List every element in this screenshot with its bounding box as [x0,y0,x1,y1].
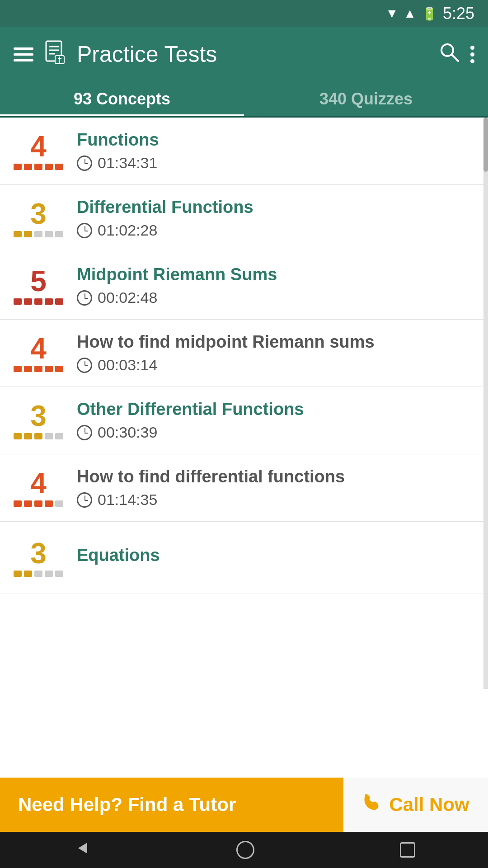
item-time: 01:34:31 [77,154,474,172]
score-number: 4 [30,469,47,498]
score-number: 5 [30,267,47,296]
item-time: 01:14:35 [77,491,474,509]
score-badge: 3 [14,199,63,237]
item-time: 00:03:14 [77,356,474,374]
score-number: 3 [30,539,47,568]
clock-icon [77,290,92,306]
tab-concepts[interactable]: 93 Concepts [0,81,244,116]
status-icons: ▼ ▲ 🔋 5:25 [385,4,474,23]
item-title: Other Differential Functions [77,400,474,419]
item-time: 00:30:39 [77,424,474,441]
tab-quizzes[interactable]: 340 Quizzes [244,81,488,116]
score-badge: 4 [14,334,63,372]
score-number: 4 [30,132,47,161]
item-info: Functions 01:34:31 [77,130,474,172]
battery-icon: 🔋 [422,6,437,21]
scrollbar[interactable] [483,118,488,689]
score-bars [14,500,63,507]
help-text: Need Help? Find a Tutor [18,794,236,816]
score-badge: 4 [14,469,63,507]
score-bars [14,366,63,372]
item-info: Differential Functions 01:02:28 [77,198,474,239]
list-item[interactable]: 3 Differential Functions 01:02:28 [0,185,488,252]
nav-back-button[interactable] [73,839,91,861]
score-badge: 5 [14,267,63,305]
item-info: Other Differential Functions 00:30:39 [77,400,474,441]
more-icon[interactable] [470,46,474,63]
call-now-button[interactable]: Call Now [343,778,488,832]
android-nav-bar [0,832,488,868]
list-item[interactable]: 5 Midpoint Riemann Sums 00:02:48 [0,252,488,320]
wifi-icon: ▼ [385,6,398,21]
clock-icon [77,358,92,373]
content-list: 4 Functions 01:34:31 3 [0,118,488,689]
list-item[interactable]: 3 Other Differential Functions 00:30:39 [0,387,488,454]
item-time: 00:02:48 [77,289,474,307]
list-item[interactable]: 4 How to find midpoint Riemann sums 00:0… [0,320,488,387]
item-info: How to find midpoint Riemann sums 00:03:… [77,332,474,374]
app-bar: Practice Tests [0,27,488,81]
svg-marker-9 [78,843,87,854]
phone-icon [362,793,382,817]
item-info: Equations [77,546,474,570]
item-title: How to find midpoint Riemann sums [77,332,474,352]
clock-icon [77,156,92,171]
item-title: Functions [77,130,474,150]
score-bars [14,433,63,439]
nav-recent-button[interactable] [400,842,415,858]
doc-icon [44,40,66,69]
list-item[interactable]: 3 Equations [0,522,488,594]
score-badge: 3 [14,401,63,439]
score-number: 4 [30,334,47,363]
score-number: 3 [30,199,47,228]
score-bars [14,298,63,305]
score-badge: 3 [14,539,63,577]
score-bars [14,571,63,577]
item-title: Midpoint Riemann Sums [77,265,474,284]
score-number: 3 [30,401,47,430]
bottom-banner: Need Help? Find a Tutor Call Now [0,778,488,832]
status-time: 5:25 [443,4,474,23]
clock-icon [77,425,92,440]
menu-icon[interactable] [14,47,33,61]
item-title: Equations [77,546,474,565]
clock-icon [77,223,92,238]
list-item[interactable]: 4 How to find differential functions 01:… [0,454,488,522]
svg-line-8 [452,55,458,61]
item-title: How to find differential functions [77,467,474,486]
item-time: 01:02:28 [77,222,474,239]
nav-home-button[interactable] [236,841,254,859]
search-icon[interactable] [439,42,460,67]
clock-icon [77,492,92,508]
help-banner[interactable]: Need Help? Find a Tutor [0,778,343,832]
status-bar: ▼ ▲ 🔋 5:25 [0,0,488,27]
list-item[interactable]: 4 Functions 01:34:31 [0,118,488,185]
page-title: Practice Tests [77,41,428,67]
score-bars [14,164,63,170]
score-badge: 4 [14,132,63,170]
item-info: How to find differential functions 01:14… [77,467,474,509]
signal-icon: ▲ [404,6,416,21]
tabs-bar: 93 Concepts 340 Quizzes [0,81,488,118]
item-info: Midpoint Riemann Sums 00:02:48 [77,265,474,307]
item-title: Differential Functions [77,198,474,217]
call-now-text: Call Now [389,794,469,816]
score-bars [14,231,63,237]
